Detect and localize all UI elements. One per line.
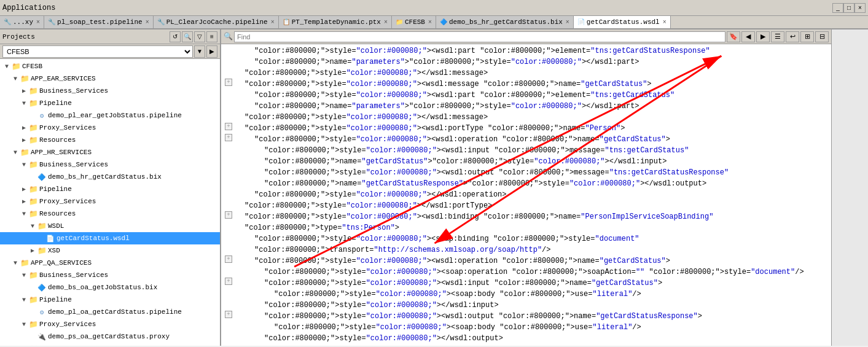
close-button[interactable]: × — [854, 3, 866, 13]
tab-close-btn[interactable]: × — [428, 19, 432, 26]
tree-toggle-demo_bs_hr[interactable] — [28, 173, 37, 181]
tab-demo_bs_hr_getCardStatus.bix[interactable]: 🔷demo_bs_hr_getCardStatus.bix× — [436, 16, 574, 29]
tab-label: PT_TemplateDynamic.ptx — [292, 18, 381, 26]
collapse-btn-18[interactable]: + — [225, 311, 232, 318]
project-tree[interactable]: ▼📁CFESB▼📁APP_EAR_SERVICES▶📁Business_Serv… — [0, 59, 220, 346]
tree-item-demo_bs_hr[interactable]: 🔷demo_bs_hr_getCardStatus.bix — [0, 171, 220, 183]
tree-toggle-cfesb[interactable]: ▼ — [2, 62, 11, 71]
tree-toggle-demo_bs_oa[interactable] — [28, 283, 37, 292]
tree-item-getcardstatus_wsdl[interactable]: 📄getCardStatus.wsdl — [0, 232, 220, 244]
tree-toggle-pipeline_ear[interactable]: ▼ — [20, 99, 28, 107]
minimize-button[interactable]: _ — [832, 3, 843, 13]
tab-close-btn[interactable]: × — [663, 19, 667, 26]
tree-toggle-demo_ps_oa[interactable] — [28, 332, 37, 341]
next-bookmark-btn[interactable]: ▶ — [756, 31, 770, 42]
tree-item-pipeline_ear[interactable]: ▼📁Pipeline — [0, 97, 220, 109]
line-gutter-11[interactable]: + — [224, 211, 235, 219]
tab-label: CFESB — [405, 18, 425, 26]
tree-item-res_hr[interactable]: ▼📁Resources — [0, 208, 220, 220]
line-gutter-6[interactable]: + — [224, 134, 235, 141]
tree-toggle-demo_pl_ear[interactable] — [28, 111, 37, 120]
tree-toggle-res_qa[interactable]: ▼ — [20, 345, 28, 346]
tree-item-bs_hr[interactable]: ▼📁Business_Services — [0, 158, 220, 171]
collapse-btn-13[interactable]: + — [225, 255, 232, 263]
tree-item-proxy_qa[interactable]: ▼📁Proxy_Services — [0, 318, 220, 330]
cfesb-action-btn[interactable]: ▶ — [206, 45, 217, 58]
tree-toggle-wsdl_hr[interactable]: ▼ — [28, 222, 37, 230]
tree-item-res_qa[interactable]: ▼📁Resources — [0, 343, 220, 346]
collapse-all-btn[interactable]: ⊟ — [815, 31, 829, 42]
tab-close-btn[interactable]: × — [566, 19, 569, 26]
tree-toggle-bs_hr[interactable]: ▼ — [20, 160, 28, 169]
tree-item-demo_pl_oa[interactable]: ⚙demo_pl_oa_getCardStatus.pipeline — [0, 306, 220, 318]
maximize-button[interactable]: □ — [843, 3, 854, 13]
tree-toggle-proxy_qa[interactable]: ▼ — [20, 320, 28, 329]
filter-button[interactable]: ▽ — [194, 31, 205, 42]
tab-getCardStatus.wsdl[interactable]: 📄getCardStatus.wsdl× — [574, 16, 671, 29]
tree-item-demo_pl_ear[interactable]: ⚙demo_pl_ear_getJobStatus.pipeline — [0, 109, 220, 122]
tab-close-btn[interactable]: × — [146, 19, 149, 26]
cfesb-dropdown-btn[interactable]: ▼ — [194, 45, 205, 58]
tree-item-app_qa[interactable]: ▼📁APP_QA_SERVICES — [0, 257, 220, 269]
tree-item-res_ear[interactable]: ▶📁Resources — [0, 134, 220, 146]
tree-toggle-demo_pl_oa[interactable] — [28, 308, 37, 316]
tab-close-btn[interactable]: × — [271, 19, 275, 26]
tree-item-xsd_hr[interactable]: ▶📁XSD — [0, 244, 220, 257]
tree-item-wsdl_hr[interactable]: ▼📁WSDL — [0, 220, 220, 232]
tree-item-app_ear[interactable]: ▼📁APP_EAR_SERVICES — [0, 72, 220, 85]
tree-toggle-xsd_hr[interactable]: ▶ — [28, 246, 37, 255]
tree-item-app_hr[interactable]: ▼📁APP_HR_SERVICES — [0, 146, 220, 158]
line-gutter-13[interactable]: + — [224, 255, 235, 263]
tree-toggle-app_ear[interactable]: ▼ — [11, 74, 20, 83]
tree-label-demo_pl_oa: demo_pl_oa_getCardStatus.pipeline — [48, 308, 182, 316]
collapse-btn-6[interactable]: + — [225, 134, 232, 141]
tree-toggle-proxy_hr[interactable]: ▶ — [20, 197, 28, 206]
collapse-btn-5[interactable]: + — [225, 123, 232, 130]
tab-close-btn[interactable]: × — [384, 19, 388, 26]
tree-item-pipeline_hr[interactable]: ▶📁Pipeline — [0, 183, 220, 195]
tree-toggle-pipeline_qa[interactable]: ▼ — [20, 295, 28, 304]
tree-toggle-pipeline_hr[interactable]: ▶ — [20, 185, 28, 193]
tree-item-cfesb[interactable]: ▼📁CFESB — [0, 60, 220, 72]
bookmark-btn[interactable]: 🔖 — [727, 31, 740, 42]
tree-item-demo_ps_oa[interactable]: 🔌demo_ps_oa_getCardStatus.proxy — [0, 330, 220, 343]
tree-item-bs_ear[interactable]: ▶📁Business_Services — [0, 85, 220, 97]
tree-toggle-res_hr[interactable]: ▼ — [20, 209, 28, 218]
tree-toggle-app_qa[interactable]: ▼ — [11, 259, 20, 267]
tab-CFESB[interactable]: 📁CFESB× — [392, 16, 436, 29]
collapse-btn-11[interactable]: + — [225, 211, 232, 219]
tab-PL_ClearJcoCache.pipeline[interactable]: 🔧PL_ClearJcoCache.pipeline× — [154, 16, 279, 29]
search-button[interactable]: 🔍 — [182, 31, 193, 42]
tree-toggle-bs_ear[interactable]: ▶ — [20, 87, 28, 95]
tree-toggle-bs_qa[interactable]: ▼ — [20, 271, 28, 279]
toggle-btn[interactable]: ☰ — [771, 31, 784, 42]
tab-close-btn[interactable]: × — [36, 19, 40, 26]
find-input[interactable] — [234, 31, 725, 42]
tab-...xy[interactable]: 🔧...xy× — [0, 16, 44, 29]
code-line-17: "color:#800000;">style="color:#000080;">… — [221, 300, 831, 311]
tree-item-bs_qa[interactable]: ▼📁Business_Services — [0, 269, 220, 281]
expand-btn[interactable]: ⊞ — [800, 31, 814, 42]
cfesb-select[interactable]: CFESB — [2, 45, 193, 58]
tree-toggle-app_hr[interactable]: ▼ — [11, 148, 20, 157]
tree-item-proxy_ear[interactable]: ▶📁Proxy_Services — [0, 122, 220, 134]
wrap-btn[interactable]: ↩ — [786, 31, 799, 42]
tab-pl_soap_test.pipeline[interactable]: 🔧pl_soap_test.pipeline× — [44, 16, 154, 29]
code-editor[interactable]: "color:#800000;">style="color:#000080;">… — [221, 44, 831, 346]
tree-toggle-getcardstatus_wsdl[interactable] — [37, 234, 45, 243]
line-gutter-2[interactable]: + — [224, 79, 235, 86]
tree-toggle-proxy_ear[interactable]: ▶ — [20, 123, 28, 132]
prev-bookmark-btn[interactable]: ◀ — [741, 31, 755, 42]
refresh-button[interactable]: ↺ — [170, 31, 181, 42]
tree-item-proxy_hr[interactable]: ▶📁Proxy_Services — [0, 195, 220, 208]
tree-item-pipeline_qa[interactable]: ▼📁Pipeline — [0, 294, 220, 306]
line-gutter-18[interactable]: + — [224, 311, 235, 318]
tab-PT_TemplateDynamic.ptx[interactable]: 📋PT_TemplateDynamic.ptx× — [279, 16, 392, 29]
collapse-btn-15[interactable]: + — [225, 278, 232, 285]
tree-toggle-res_ear[interactable]: ▶ — [20, 136, 28, 144]
collapse-btn-2[interactable]: + — [225, 79, 232, 86]
line-gutter-15[interactable]: + — [224, 278, 235, 285]
line-gutter-5[interactable]: + — [224, 123, 235, 130]
tree-item-demo_bs_oa[interactable]: 🔷demo_bs_oa_getJobStatus.bix — [0, 281, 220, 294]
menu-button[interactable]: ≡ — [206, 31, 217, 42]
